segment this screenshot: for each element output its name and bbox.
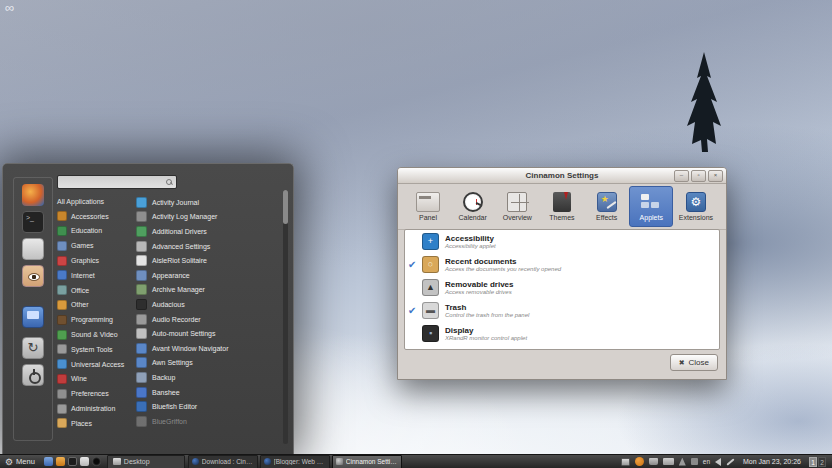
volume-icon[interactable] — [715, 458, 721, 466]
category-item[interactable]: Universal Access — [57, 357, 135, 372]
application-item[interactable]: Activity Log Manager — [136, 210, 286, 225]
terminal-launcher-icon[interactable] — [68, 457, 77, 466]
desktop-icon — [113, 458, 121, 465]
tab-calendar[interactable]: Calendar — [451, 186, 495, 227]
window-titlebar[interactable]: Cinnamon Settings – ▫ × — [398, 168, 726, 184]
minimize-button[interactable]: – — [674, 170, 689, 182]
application-item[interactable]: Audacious — [136, 297, 286, 312]
printer-tray-icon[interactable] — [649, 458, 658, 465]
tab-applets[interactable]: Applets — [629, 186, 673, 227]
ubuntu-one-tray-icon[interactable] — [635, 457, 644, 466]
update-indicator-icon[interactable] — [679, 458, 686, 466]
application-item[interactable]: Awn Settings — [136, 356, 286, 371]
shutdown-icon[interactable] — [22, 364, 44, 386]
close-button[interactable]: ✖ Close — [670, 354, 718, 371]
menu-button[interactable]: Menu — [0, 455, 40, 468]
logout-icon[interactable] — [22, 337, 44, 359]
category-list: All Applications Accessories Education G… — [57, 194, 135, 431]
tab-panel[interactable]: Panel — [406, 186, 450, 227]
applet-row[interactable]: ○ Recent documents Access the documents … — [405, 253, 719, 276]
category-item[interactable]: Preferences — [57, 386, 135, 401]
application-icon — [136, 299, 147, 310]
taskbar-window-button[interactable]: Download : Cinnamon... — [188, 455, 258, 468]
applet-checkbox[interactable] — [408, 305, 422, 316]
applet-row[interactable]: ▬ Trash Control the trash from the panel — [405, 299, 719, 322]
applet-row[interactable]: ▪ Display XRandR monitor control applet — [405, 322, 719, 345]
tab-overview[interactable]: Overview — [495, 186, 539, 227]
taskbar-window-button[interactable]: Cinnamon Settings — [332, 455, 402, 468]
application-item[interactable]: Archive Manager — [136, 283, 286, 298]
category-item[interactable]: Graphics — [57, 253, 135, 268]
application-item[interactable]: AisleRiot Solitaire — [136, 253, 286, 268]
applet-row[interactable]: ▲ Removable drives Access removable driv… — [405, 276, 719, 299]
application-item[interactable]: Avant Window Navigator — [136, 341, 286, 356]
applet-list: + Accessibility Accessibility applet ○ R… — [404, 229, 720, 350]
category-item[interactable]: Wine — [57, 372, 135, 387]
applet-icon: ▪ — [422, 325, 439, 342]
category-item[interactable]: System Tools — [57, 342, 135, 357]
keyboard-layout-indicator[interactable]: en — [703, 458, 710, 465]
cinnamon-settings-window: Cinnamon Settings – ▫ × Panel Calendar O… — [397, 167, 727, 380]
category-item[interactable]: Office — [57, 283, 135, 298]
keyboard-tray-icon[interactable] — [663, 458, 674, 465]
application-item[interactable]: BlueGriffon — [136, 414, 286, 429]
tablet-pen-icon[interactable] — [726, 458, 734, 465]
category-label: Sound & Video — [71, 331, 118, 338]
category-icon — [57, 285, 67, 295]
workspace-button[interactable]: 2 — [818, 457, 826, 467]
removable-media-tray-icon[interactable] — [621, 458, 630, 466]
tab-effects[interactable]: Effects — [585, 186, 629, 227]
category-item[interactable]: Internet — [57, 268, 135, 283]
files-icon[interactable] — [22, 238, 44, 260]
category-label: Graphics — [71, 257, 99, 264]
category-item[interactable]: All Applications — [57, 194, 135, 209]
workspace-button[interactable]: 1 — [809, 457, 817, 467]
category-item[interactable]: Accessories — [57, 209, 135, 224]
category-icon — [57, 374, 67, 384]
editor-launcher-icon[interactable] — [80, 457, 89, 466]
image-app-launcher-icon[interactable] — [44, 457, 53, 466]
clock[interactable]: Mon Jan 23, 20:26 — [740, 458, 804, 465]
application-icon — [136, 401, 147, 412]
show-desktop-button[interactable]: Desktop — [107, 455, 185, 468]
application-label: Awn Settings — [152, 359, 193, 366]
window-controls: – ▫ × — [674, 170, 723, 182]
menu-scrollbar[interactable] — [283, 190, 288, 444]
window-list: Download : Cinnamon... [Blogger: Web Upd… — [188, 455, 402, 468]
terminal-icon[interactable] — [22, 211, 44, 233]
category-item[interactable]: Programming — [57, 312, 135, 327]
workspace-switcher: 1 2 — [809, 457, 828, 467]
application-item[interactable]: Audio Recorder — [136, 312, 286, 327]
category-item[interactable]: Other — [57, 298, 135, 313]
application-item[interactable]: Appearance — [136, 268, 286, 283]
close-window-button[interactable]: × — [708, 170, 723, 182]
firefox-icon[interactable] — [22, 184, 44, 206]
applet-checkbox[interactable] — [408, 259, 422, 270]
application-icon — [136, 357, 147, 368]
display-icon[interactable] — [22, 306, 44, 328]
audacious-launcher-icon[interactable] — [92, 457, 101, 466]
category-item[interactable]: Places — [57, 416, 135, 431]
files-launcher-icon[interactable] — [56, 457, 65, 466]
session-indicator-icon[interactable] — [691, 458, 698, 465]
tab-extensions[interactable]: Extensions — [674, 186, 718, 227]
category-item[interactable]: Education — [57, 224, 135, 239]
application-item[interactable]: Advanced Settings — [136, 239, 286, 254]
application-item[interactable]: Backup — [136, 370, 286, 385]
application-item[interactable]: Activity Journal — [136, 195, 286, 210]
scrollbar-thumb[interactable] — [283, 190, 288, 224]
image-viewer-icon[interactable] — [22, 265, 44, 287]
maximize-button[interactable]: ▫ — [691, 170, 706, 182]
applet-row[interactable]: + Accessibility Accessibility applet — [405, 230, 719, 253]
application-item[interactable]: Auto-mount Settings — [136, 326, 286, 341]
application-item[interactable]: Bluefish Editor — [136, 399, 286, 414]
category-item[interactable]: Sound & Video — [57, 327, 135, 342]
application-item[interactable]: Additional Drivers — [136, 224, 286, 239]
tab-themes[interactable]: Themes — [540, 186, 584, 227]
category-item[interactable]: Games — [57, 238, 135, 253]
category-item[interactable]: Administration — [57, 401, 135, 416]
search-input[interactable] — [61, 178, 166, 187]
taskbar-window-button[interactable]: [Blogger: Web Upd8: ... — [260, 455, 330, 468]
application-item[interactable]: Banshee — [136, 385, 286, 400]
applets-icon — [639, 192, 663, 212]
